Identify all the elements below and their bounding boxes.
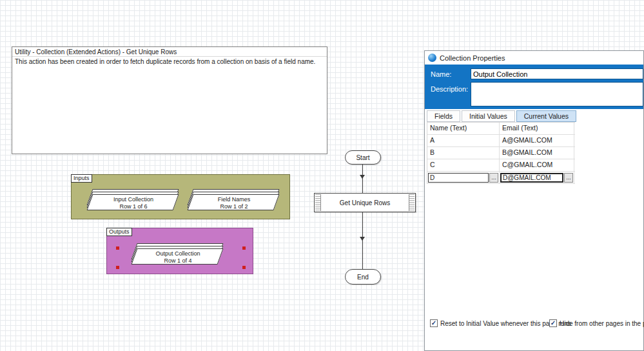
- annotation-title: Utility - Collection (Extended Actions) …: [12, 47, 327, 57]
- collection-row-indicator: Row 1 of 2: [220, 203, 248, 210]
- cell-name[interactable]: B: [427, 147, 500, 159]
- current-values-grid: Name (Text) Email (Text) A A@GMAIL.COM B…: [427, 122, 575, 184]
- outputs-block[interactable]: Outputs Output Collection Row 1 of 4: [106, 228, 253, 274]
- cell-name[interactable]: C: [427, 159, 500, 171]
- window-titlebar[interactable]: Collection Properties: [425, 51, 643, 65]
- end-stage[interactable]: End: [345, 269, 381, 285]
- cell-name[interactable]: A: [427, 135, 500, 146]
- values-tab-strip: Fields Initial Values Current Values: [427, 110, 578, 122]
- collection-properties-icon: [428, 54, 436, 62]
- table-row[interactable]: C C@GMAIL.COM: [427, 159, 575, 172]
- collection-row-indicator: Row 1 of 6: [119, 203, 147, 210]
- name-label: Name:: [431, 70, 451, 78]
- selection-handle[interactable]: [242, 266, 246, 269]
- table-row[interactable]: B B@GMAIL.COM: [427, 147, 575, 159]
- hide-from-other-pages-checkbox[interactable]: ✓: [549, 319, 557, 327]
- ellipsis-button[interactable]: ...: [489, 173, 498, 183]
- collection-row-indicator: Row 1 of 4: [164, 257, 191, 265]
- start-stage[interactable]: Start: [345, 150, 381, 165]
- collection-name: Input Collection: [113, 196, 153, 203]
- check-icon: ✓: [431, 320, 436, 326]
- column-header-name[interactable]: Name (Text): [427, 123, 500, 134]
- process-diagram-canvas[interactable]: Utility - Collection (Extended Actions) …: [0, 0, 644, 351]
- end-stage-label: End: [357, 274, 369, 281]
- tab-initial-values[interactable]: Initial Values: [462, 110, 515, 122]
- annotation-description: This action has been created in order to…: [12, 57, 327, 66]
- check-icon: ✓: [551, 320, 556, 326]
- grid-header-row: Name (Text) Email (Text): [427, 123, 575, 135]
- input-collection-stage[interactable]: Input Collection Row 1 of 6: [82, 189, 185, 214]
- table-row-editing[interactable]: D ... D@GMAIL.COM ...: [427, 172, 575, 184]
- start-stage-label: Start: [356, 154, 369, 161]
- inputs-block[interactable]: Inputs Input Collection Row 1 of 6 Field…: [71, 174, 290, 219]
- column-header-email[interactable]: Email (Text): [500, 123, 574, 134]
- collection-name: Field Names: [218, 196, 251, 203]
- annotation-note[interactable]: Utility - Collection (Extended Actions) …: [12, 46, 327, 154]
- description-input[interactable]: [471, 82, 643, 106]
- action-stage-label: Get Unique Rows: [340, 199, 390, 206]
- selection-handle[interactable]: [116, 266, 119, 269]
- collection-properties-window: Collection Properties Name: Description:…: [424, 50, 644, 351]
- cell-editor-email[interactable]: D@GMAIL.COM: [500, 173, 563, 183]
- output-collection-stage[interactable]: Output Collection Row 1 of 4: [126, 243, 229, 268]
- name-input[interactable]: [471, 68, 643, 79]
- description-label: Description:: [431, 85, 468, 93]
- cell-email[interactable]: A@GMAIL.COM: [500, 135, 574, 146]
- cell-email[interactable]: C@GMAIL.COM: [500, 159, 574, 171]
- window-title: Collection Properties: [440, 54, 505, 62]
- subsheet-strip-icon: [409, 194, 415, 211]
- table-row[interactable]: A A@GMAIL.COM: [427, 135, 575, 147]
- collection-name: Output Collection: [155, 250, 200, 257]
- hide-from-other-pages-option: ✓ Hide from other pages in the process: [549, 319, 644, 327]
- inputs-block-label: Inputs: [71, 174, 92, 183]
- connector-arrowhead-icon: [360, 237, 365, 241]
- cell-editor-name[interactable]: D: [428, 173, 489, 183]
- subsheet-strip-icon: [315, 194, 321, 211]
- selection-handle[interactable]: [242, 246, 246, 250]
- tab-current-values[interactable]: Current Values: [516, 110, 576, 122]
- field-names-stage[interactable]: Field Names Row 1 of 2: [182, 189, 286, 214]
- connector-action-to-end[interactable]: [362, 212, 363, 269]
- connector-arrowhead-icon: [360, 175, 365, 179]
- reset-initial-value-checkbox[interactable]: ✓: [430, 319, 438, 327]
- action-stage-get-unique-rows[interactable]: Get Unique Rows: [314, 193, 416, 212]
- connector-start-to-action[interactable]: [362, 165, 363, 193]
- cell-email[interactable]: B@GMAIL.COM: [500, 147, 574, 159]
- tab-fields[interactable]: Fields: [427, 110, 460, 122]
- outputs-block-label: Outputs: [106, 228, 132, 236]
- properties-header-area: Name: Description:: [425, 65, 643, 109]
- selection-handle[interactable]: [116, 246, 119, 250]
- hide-from-other-pages-label: Hide from other pages in the process: [560, 320, 644, 327]
- ellipsis-button[interactable]: ...: [564, 173, 573, 183]
